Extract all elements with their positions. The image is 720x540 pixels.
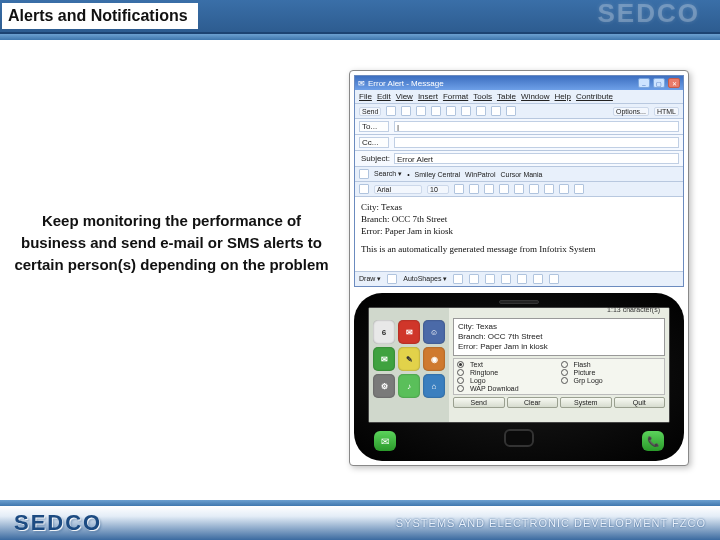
close-button[interactable]: ✕ — [668, 78, 680, 88]
footer-logo: SEDCO — [14, 510, 102, 536]
align-right-icon[interactable] — [544, 184, 554, 194]
underline-icon[interactable] — [499, 184, 509, 194]
softkey-quit[interactable]: Quit — [614, 397, 666, 408]
cut-icon[interactable] — [416, 106, 426, 116]
menu-tools[interactable]: Tools — [473, 92, 492, 101]
bold-icon[interactable] — [469, 184, 479, 194]
draw-dropdown[interactable]: Draw ▾ — [359, 275, 381, 283]
radio-picture[interactable] — [561, 369, 568, 376]
align-left-icon[interactable] — [514, 184, 524, 194]
softkey-clear[interactable]: Clear — [507, 397, 559, 408]
app-icon-notes[interactable]: ✎ — [398, 347, 420, 371]
rect-icon[interactable] — [485, 274, 495, 284]
autoshapes-dropdown[interactable]: AutoShapes ▾ — [403, 275, 447, 283]
copy-icon[interactable] — [431, 106, 441, 116]
textbox-icon[interactable] — [517, 274, 527, 284]
line-icon[interactable] — [453, 274, 463, 284]
app-icon-settings[interactable]: ⚙ — [373, 374, 395, 398]
oval-icon[interactable] — [501, 274, 511, 284]
phone-call-button[interactable]: ✉ — [374, 431, 396, 451]
home-icon[interactable] — [359, 169, 369, 179]
cc-row: Cc... — [355, 135, 683, 151]
app-icon-calendar[interactable]: 6 — [373, 320, 395, 344]
arrow-icon[interactable] — [469, 274, 479, 284]
sms-message-box[interactable]: City: Texas Branch: OCC 7th Street Error… — [453, 318, 665, 356]
app-icon-sms[interactable]: ✉ — [373, 347, 395, 371]
softkey-system[interactable]: System — [560, 397, 612, 408]
align-center-icon[interactable] — [529, 184, 539, 194]
menu-window[interactable]: Window — [521, 92, 549, 101]
left-column: Keep monitoring the performance of busin… — [14, 70, 349, 466]
linecolor-icon[interactable] — [549, 274, 559, 284]
pointer-icon[interactable] — [387, 274, 397, 284]
app-icon-contacts[interactable]: ☺ — [423, 320, 445, 344]
menu-edit[interactable]: Edit — [377, 92, 391, 101]
subject-label: Subject: — [359, 154, 389, 163]
radio-wap[interactable] — [457, 385, 464, 392]
to-button[interactable]: To... — [359, 121, 389, 132]
save-icon[interactable] — [386, 106, 396, 116]
menu-file[interactable]: File — [359, 92, 372, 101]
phone-screen: 6 ✉ ☺ ✉ ✎ ◉ ⚙ ♪ ⌂ City: Texas Branch: OC… — [368, 307, 670, 423]
send-button[interactable]: Send — [359, 107, 381, 116]
email-titlebar: ✉ Error Alert - Message _ ▢ ✕ — [355, 76, 683, 90]
slide-header: Alerts and Notifications SEDCO — [0, 0, 720, 34]
opt-flash: Flash — [574, 361, 662, 368]
subject-field[interactable]: Error Alert — [394, 153, 679, 164]
email-body[interactable]: City: Texas Branch: OCC 7th Street Error… — [355, 197, 683, 271]
phone-end-button[interactable]: 📞 — [642, 431, 664, 451]
menu-help[interactable]: Help — [555, 92, 571, 101]
paste-icon[interactable] — [446, 106, 456, 116]
cc-field[interactable] — [394, 137, 679, 148]
indent-icon[interactable] — [574, 184, 584, 194]
flag-icon[interactable] — [506, 106, 516, 116]
opt-grplogo: Grp Logo — [574, 377, 662, 384]
app-icon-camera[interactable]: ◉ — [423, 347, 445, 371]
content-area: Keep monitoring the performance of busin… — [0, 40, 720, 476]
menu-contribute[interactable]: Contribute — [576, 92, 613, 101]
cursor-link[interactable]: Cursor Mania — [500, 171, 542, 178]
menu-insert[interactable]: Insert — [418, 92, 438, 101]
radio-logo[interactable] — [457, 377, 464, 384]
attach-icon[interactable] — [461, 106, 471, 116]
maximize-button[interactable]: ▢ — [653, 78, 665, 88]
bullets-icon[interactable] — [559, 184, 569, 194]
app-icon-mail[interactable]: ✉ — [398, 320, 420, 344]
search-dropdown[interactable]: Search ▾ — [374, 170, 402, 178]
email-body-line2: Branch: OCC 7th Street — [361, 214, 447, 224]
email-body-note: This is an automatically generated messa… — [361, 243, 677, 255]
to-field[interactable]: | — [394, 121, 679, 132]
menu-format[interactable]: Format — [443, 92, 468, 101]
app-icon-web[interactable]: ⌂ — [423, 374, 445, 398]
minimize-button[interactable]: _ — [638, 78, 650, 88]
email-menubar: File Edit View Insert Format Tools Table… — [355, 90, 683, 104]
format-select[interactable]: HTML — [654, 107, 679, 116]
softkey-send[interactable]: Send — [453, 397, 505, 408]
attach2-icon[interactable] — [359, 184, 369, 194]
importance-icon[interactable] — [491, 106, 501, 116]
options-button[interactable]: Options... — [613, 107, 649, 116]
radio-grplogo[interactable] — [561, 377, 568, 384]
font-color-icon[interactable] — [454, 184, 464, 194]
app-icon-music[interactable]: ♪ — [398, 374, 420, 398]
winpatrol-link[interactable]: WinPatrol — [465, 171, 495, 178]
radio-flash[interactable] — [561, 361, 568, 368]
font-name-select[interactable]: Arial — [374, 185, 422, 194]
print-icon[interactable] — [401, 106, 411, 116]
font-size-select[interactable]: 10 — [427, 185, 449, 194]
fill-icon[interactable] — [533, 274, 543, 284]
slide-title: Alerts and Notifications — [2, 3, 198, 29]
sms-line3: Error: Paper Jam in kiosk — [458, 342, 548, 351]
opt-text: Text — [470, 361, 558, 368]
email-toolbar-send: Send Options... HTML — [355, 104, 683, 119]
menu-view[interactable]: View — [396, 92, 413, 101]
slide-footer: SEDCO SYSTEMS AND ELECTRONIC DEVELOPMENT… — [0, 500, 720, 540]
menu-table[interactable]: Table — [497, 92, 516, 101]
cc-button[interactable]: Cc... — [359, 137, 389, 148]
phone-home-button[interactable] — [504, 429, 534, 447]
italic-icon[interactable] — [484, 184, 494, 194]
radio-text[interactable] — [457, 361, 464, 368]
smiley-link[interactable]: Smiley Central — [415, 171, 461, 178]
address-book-icon[interactable] — [476, 106, 486, 116]
radio-ringtone[interactable] — [457, 369, 464, 376]
